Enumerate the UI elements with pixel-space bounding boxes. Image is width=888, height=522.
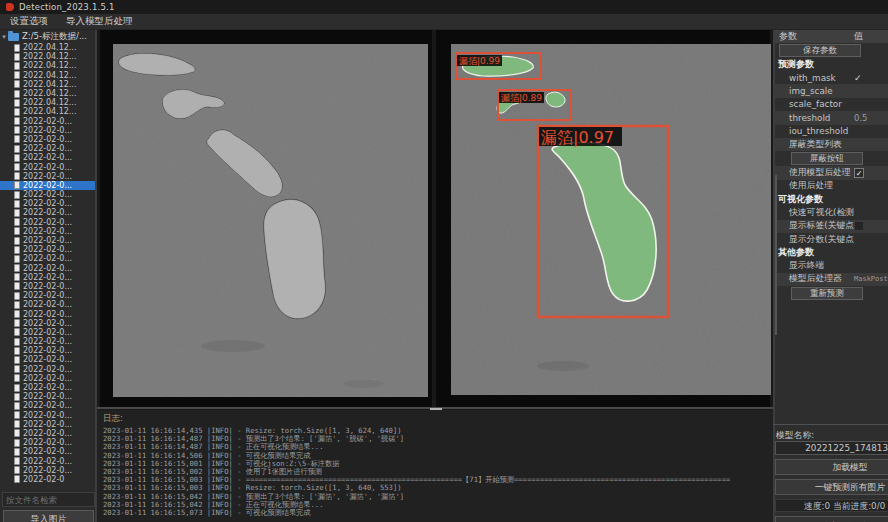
tree-item[interactable]: 2022-02-0... <box>0 401 95 410</box>
tree-item[interactable]: 2022.04.12... <box>0 52 95 61</box>
param-row[interactable]: scale_factor <box>775 98 888 111</box>
tree-item[interactable]: 2022-02-0... <box>0 254 95 263</box>
tree-item[interactable]: 2022-02-0... <box>0 172 95 181</box>
checkbox-checked[interactable]: ✓ <box>854 168 864 178</box>
tree-item[interactable]: 2022-02-0... <box>0 346 95 355</box>
param-row[interactable]: img_scale <box>775 84 888 97</box>
file-icon <box>14 191 20 199</box>
tree-item[interactable]: 2022-02-0... <box>0 429 95 438</box>
tree-item[interactable]: 2022-02-0... <box>0 135 95 144</box>
param-label: threshold <box>775 113 854 123</box>
re-predict-button[interactable]: 重新预测 <box>791 287 863 300</box>
tree-item[interactable]: 2022-02-0... <box>0 282 95 291</box>
import-images-button[interactable]: 导入图片 <box>3 510 94 522</box>
tree-item[interactable]: 2022-02-0... <box>0 355 95 364</box>
menu-import-postprocess[interactable]: 导入模型后处理 <box>66 15 133 28</box>
menu-settings[interactable]: 设置选项 <box>10 15 48 28</box>
tree-item[interactable]: 2022-02-0... <box>0 199 95 208</box>
tree-item[interactable]: 2022-02-0... <box>0 117 95 126</box>
tree-item[interactable]: 2022-02-0... <box>0 420 95 429</box>
title-bar: Detection_2023.1.5.1 <box>0 0 888 14</box>
postprocess-settings-button[interactable]: 后处理参数设置 <box>775 516 888 522</box>
tree-item[interactable]: 2022-02-0... <box>0 466 95 475</box>
param-row[interactable]: 显示标签(关键点) <box>775 220 888 233</box>
file-icon <box>14 319 20 327</box>
menu-bar: 设置选项 导入模型后处理 <box>0 14 888 30</box>
file-icon <box>14 365 20 373</box>
tree-item[interactable]: 2022-02-0... <box>0 319 95 328</box>
tree-item[interactable]: 2022-02-0... <box>0 236 95 245</box>
detection-label: 漏箔|0.99 <box>457 55 502 66</box>
tree-item[interactable]: 2022-02-0... <box>0 144 95 153</box>
tree-item[interactable]: 2022-02-0 <box>0 475 95 484</box>
file-tree[interactable]: ▾ Z:/5-标注数据/... 2022.04.12...2022.04.12.… <box>0 31 95 490</box>
tree-item[interactable]: 2022-02-0... <box>0 411 95 420</box>
tree-item[interactable]: 2022-02-0... <box>0 309 95 318</box>
checkbox-empty[interactable] <box>854 221 864 231</box>
file-tree-panel: ▾ Z:/5-标注数据/... 2022.04.12...2022.04.12.… <box>0 30 97 522</box>
tree-item[interactable]: 2022-02-0... <box>0 438 95 447</box>
tree-item[interactable]: 2022-02-0... <box>0 245 95 254</box>
tree-item[interactable]: 2022.04.12... <box>0 61 95 70</box>
tree-item[interactable]: 2022-02-0... <box>0 365 95 374</box>
file-icon <box>14 154 20 162</box>
params-scrollbar[interactable] <box>775 175 777 335</box>
tree-item[interactable]: 2022-02-0... <box>0 447 95 456</box>
predict-all-button[interactable]: 一键预测所有图片 <box>775 479 888 495</box>
tree-item[interactable]: 2022.04.12... <box>0 89 95 98</box>
file-icon <box>14 393 20 401</box>
param-row[interactable]: 模型后处理器MaskPostPro <box>775 273 888 286</box>
param-row[interactable]: 快速可视化(检测) <box>775 206 888 219</box>
param-section: 其他参数 <box>775 246 888 259</box>
tree-item[interactable]: 2022-02-0... <box>0 126 95 135</box>
tree-item[interactable]: 2022-02-0... <box>0 383 95 392</box>
expander-icon[interactable]: ▾ <box>0 33 8 41</box>
tree-item[interactable]: 2022.04.12... <box>0 80 95 89</box>
tree-item[interactable]: 2022-02-0... <box>0 218 95 227</box>
search-input[interactable] <box>2 492 95 507</box>
tree-item[interactable]: 2022-02-0... <box>0 456 95 465</box>
param-row[interactable]: 屏蔽类型列表 <box>775 138 888 151</box>
tree-item[interactable]: 2022.04.12... <box>0 71 95 80</box>
tree-item[interactable]: 2022.04.12... <box>0 98 95 107</box>
tree-item[interactable]: 2022-02-0... <box>0 328 95 337</box>
save-params-button[interactable]: 保存参数 <box>779 44 861 57</box>
param-row[interactable]: 显示终端 <box>775 259 888 272</box>
tree-item[interactable]: 2022.04.12... <box>0 107 95 116</box>
tree-item[interactable]: 2022-02-0... <box>0 181 95 190</box>
tree-item[interactable]: 2022-02-0... <box>0 392 95 401</box>
param-row[interactable]: threshold0.5 <box>775 111 888 124</box>
param-row[interactable]: 显示分数(关键点) <box>775 233 888 246</box>
model-name-field[interactable]: 20221225_174813 <box>775 441 888 455</box>
mask-types-button[interactable]: 屏蔽按钮 <box>791 152 863 165</box>
file-name: 2022-02-0... <box>23 346 72 355</box>
tree-item[interactable]: 2022-02-0... <box>0 227 95 236</box>
tree-item[interactable]: 2022-02-0... <box>0 264 95 273</box>
param-row[interactable]: iou_threshold <box>775 125 888 138</box>
file-icon <box>14 402 20 410</box>
param-row[interactable]: 使用模型后处理✓ <box>775 166 888 179</box>
file-name: 2022-02-0... <box>23 254 72 263</box>
tree-item[interactable]: 2022-02-0... <box>0 190 95 199</box>
tree-root-folder[interactable]: ▾ Z:/5-标注数据/... <box>0 31 95 43</box>
tree-item[interactable]: 2022-02-0... <box>0 273 95 282</box>
tree-item[interactable]: 2022-02-0... <box>0 291 95 300</box>
parameters-header: 参数 值 <box>775 30 888 43</box>
tree-item[interactable]: 2022.04.12... <box>0 43 95 52</box>
log-panel[interactable]: 日志: 2023-01-11 16:16:14,435 |INFO| - Res… <box>97 410 773 522</box>
tree-item[interactable]: 2022-02-0... <box>0 337 95 346</box>
tree-item[interactable]: 2022-02-0... <box>0 162 95 171</box>
param-row[interactable]: 使用后处理 <box>775 180 888 193</box>
tree-item[interactable]: 2022-02-0... <box>0 208 95 217</box>
load-model-button[interactable]: 加载模型 <box>775 459 888 475</box>
file-name: 2022.04.12... <box>23 43 76 52</box>
file-name: 2022.04.12... <box>23 98 76 107</box>
tree-item[interactable]: 2022-02-0... <box>0 300 95 309</box>
tree-item[interactable]: 2022-02-0... <box>0 153 95 162</box>
prediction-image-panel[interactable]: 漏箔|0.99 漏箔|0.89 漏箔|0.97 <box>436 30 770 408</box>
file-name: 2022-02-0... <box>23 429 72 438</box>
source-image-panel[interactable] <box>100 30 432 408</box>
tree-item[interactable]: 2022-02-0... <box>0 374 95 383</box>
param-label: 使用模型后处理 <box>775 167 854 179</box>
param-row[interactable]: with_mask✓ <box>775 71 888 84</box>
